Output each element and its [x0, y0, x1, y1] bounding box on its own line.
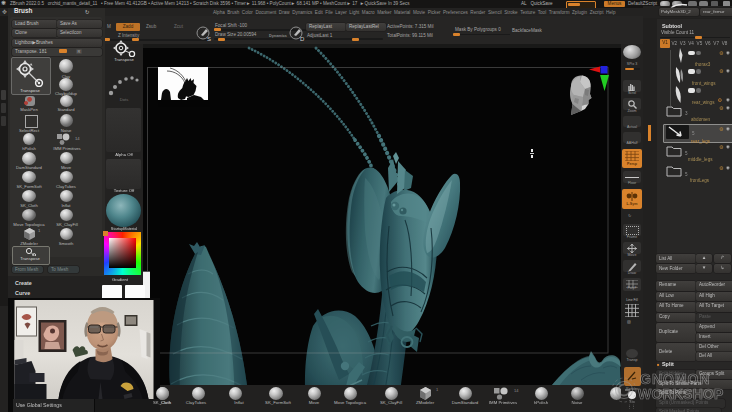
svg-text:WORKSHOP: WORKSHOP	[638, 386, 724, 402]
svg-text:GNOMON: GNOMON	[640, 371, 711, 387]
svg-text:D: D	[300, 36, 305, 42]
svg-text:S: S	[207, 36, 211, 42]
